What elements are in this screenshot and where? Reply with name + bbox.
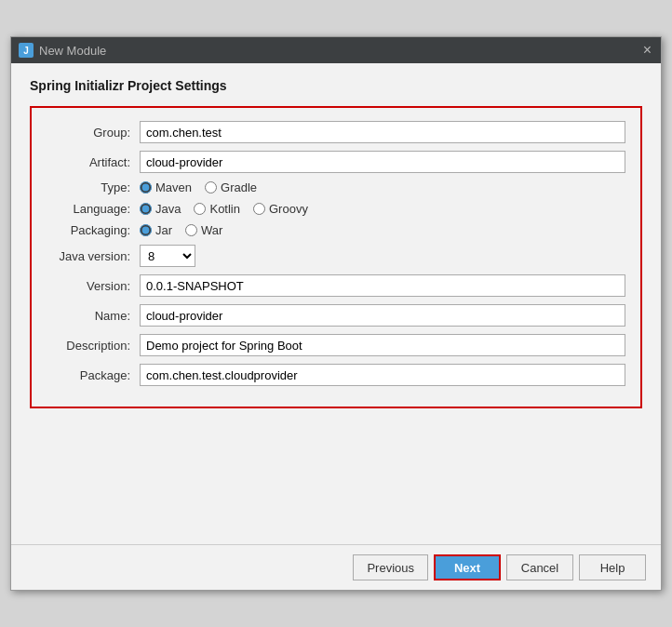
version-label: Version: <box>47 279 140 293</box>
packaging-row: Packaging: Jar War <box>47 223 625 237</box>
package-row: Package: <box>47 364 625 386</box>
empty-space <box>30 418 642 529</box>
description-row: Description: <box>47 334 625 356</box>
package-input[interactable] <box>140 364 625 386</box>
java-version-label: Java version: <box>47 249 140 263</box>
type-maven-radio[interactable] <box>140 181 152 193</box>
title-bar: J New Module × <box>11 37 661 63</box>
language-kotlin-item[interactable]: Kotlin <box>194 202 240 216</box>
packaging-war-label: War <box>201 223 222 237</box>
artifact-label: Artifact: <box>47 155 140 169</box>
type-gradle-radio[interactable] <box>205 181 217 193</box>
java-version-select[interactable]: 8 11 17 <box>140 245 195 267</box>
language-groovy-item[interactable]: Groovy <box>253 202 308 216</box>
dialog-title: New Module <box>39 44 106 58</box>
dialog-body: Spring Initializr Project Settings Group… <box>11 63 661 544</box>
type-gradle-item[interactable]: Gradle <box>205 180 257 194</box>
language-java-item[interactable]: Java <box>140 202 181 216</box>
cancel-button[interactable]: Cancel <box>506 554 573 580</box>
group-label: Group: <box>47 126 140 140</box>
group-row: Group: <box>47 121 625 143</box>
language-kotlin-radio[interactable] <box>194 203 206 215</box>
type-label: Type: <box>47 180 140 194</box>
title-bar-left: J New Module <box>19 43 106 58</box>
packaging-radio-group: Jar War <box>140 223 222 237</box>
group-input[interactable] <box>140 121 625 143</box>
name-input[interactable] <box>140 304 625 327</box>
language-groovy-label: Groovy <box>269 202 308 216</box>
type-row: Type: Maven Gradle <box>47 180 625 194</box>
language-kotlin-label: Kotlin <box>209 202 240 216</box>
previous-button[interactable]: Previous <box>353 554 428 580</box>
version-input[interactable] <box>140 274 625 297</box>
packaging-jar-item[interactable]: Jar <box>140 223 172 237</box>
type-maven-item[interactable]: Maven <box>140 180 192 194</box>
type-radio-group: Maven Gradle <box>140 180 257 194</box>
language-java-radio[interactable] <box>140 203 152 215</box>
packaging-war-item[interactable]: War <box>185 223 222 237</box>
packaging-label: Packaging: <box>47 223 140 237</box>
java-version-row: Java version: 8 11 17 <box>47 245 625 267</box>
artifact-row: Artifact: <box>47 151 625 173</box>
artifact-input[interactable] <box>140 151 625 173</box>
packaging-war-radio[interactable] <box>185 224 197 236</box>
version-row: Version: <box>47 274 625 297</box>
packaging-jar-label: Jar <box>155 223 172 237</box>
help-button[interactable]: Help <box>579 554 646 580</box>
name-label: Name: <box>47 309 140 323</box>
language-groovy-radio[interactable] <box>253 203 265 215</box>
type-maven-label: Maven <box>155 180 192 194</box>
language-java-label: Java <box>155 202 181 216</box>
language-label: Language: <box>47 202 140 216</box>
name-row: Name: <box>47 304 625 327</box>
packaging-jar-radio[interactable] <box>140 224 152 236</box>
description-label: Description: <box>47 339 140 353</box>
language-radio-group: Java Kotlin Groovy <box>140 202 308 216</box>
new-module-dialog: J New Module × Spring Initializr Project… <box>10 36 662 591</box>
dialog-icon: J <box>19 43 34 58</box>
description-input[interactable] <box>140 334 625 356</box>
close-button[interactable]: × <box>641 43 653 58</box>
package-label: Package: <box>47 368 140 382</box>
form-section: Group: Artifact: Type: Maven G <box>30 106 642 408</box>
section-title: Spring Initializr Project Settings <box>30 78 642 93</box>
next-button[interactable]: Next <box>434 554 501 580</box>
dialog-footer: Previous Next Cancel Help <box>11 544 661 590</box>
language-row: Language: Java Kotlin Groovy <box>47 202 625 216</box>
type-gradle-label: Gradle <box>221 180 257 194</box>
